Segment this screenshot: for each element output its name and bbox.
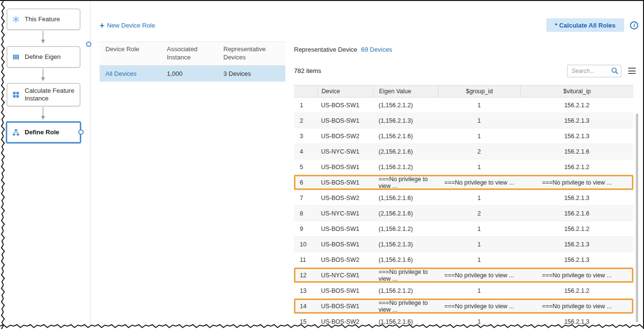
step-define-eigen[interactable]: Define Eigen — [7, 46, 80, 68]
group-id-value: 1 — [438, 129, 520, 143]
group-id-value: ===No privilege to view ... — [438, 175, 520, 190]
eigen-value: (1,156.2.1.2) — [373, 159, 438, 174]
row-index: 13 — [294, 283, 317, 298]
row-index: 3 — [294, 129, 317, 143]
device-roles-table: Device Role Associated Instance Represen… — [100, 42, 285, 82]
table-row[interactable]: 7 US-BOS-SW2 (1,156.2.1.6) 1 156.2.1.3 — [294, 190, 633, 206]
device-name: US-BOS-SW1 — [317, 159, 373, 174]
group-id-value: 1 — [438, 221, 520, 236]
eigen-value: (1,156.2.1.2) — [373, 283, 438, 298]
table-row[interactable]: 4 US-NYC-SW1 (2,156.2.1.6) 2 156.2.1.6 — [294, 144, 633, 159]
step-this-feature[interactable]: This Feature — [7, 9, 80, 30]
step-label: Define Role — [25, 129, 59, 136]
table-row-all-devices[interactable]: All Devices 1,000 3 Devices — [100, 66, 285, 82]
vitural-ip-value: 156.2.1.2 — [520, 159, 633, 174]
devices-table-rows: 1 US-BOS-SW1 (1,156.2.1.2) 1 156.2.1.2 2… — [294, 98, 633, 329]
search-box — [567, 65, 621, 77]
table-row[interactable]: 9 US-BOS-SW1 (1,156.2.1.2) 1 156.2.1.2 — [294, 221, 633, 237]
device-name: US-BOS-SW1 — [317, 299, 373, 314]
table-row[interactable]: 15 US-BOS-SW2 (1,156.2.1.6) 1 156.2.1.3 — [294, 314, 633, 329]
table-row[interactable]: 5 US-BOS-SW1 (1,156.2.1.2) 1 156.2.1.2 — [294, 159, 633, 175]
devices-count-link[interactable]: 69 Devices — [361, 46, 392, 53]
vitural-ip-value: 156.2.1.6 — [520, 206, 633, 221]
table-row[interactable]: 14 US-BOS-SW1 ===No privilege to view ..… — [294, 299, 633, 314]
vertical-scrollbar[interactable] — [636, 114, 638, 322]
search-input[interactable] — [568, 65, 609, 77]
table-row[interactable]: 10 US-BOS-SW1 (1,156.2.1.3) 1 156.2.1.3 — [294, 237, 633, 252]
step-label: Define Eigen — [25, 53, 60, 61]
role-icon — [12, 129, 20, 136]
device-name: US-NYC-SW1 — [317, 144, 373, 159]
panel-title-label: Representative Device — [294, 46, 357, 53]
column-header-group-id: $group_id — [438, 86, 520, 97]
table-row[interactable]: 1 US-BOS-SW1 (1,156.2.1.2) 1 156.2.1.2 — [294, 98, 633, 113]
table-row[interactable]: 12 US-NYC-SW1 ===No privilege to view ..… — [294, 268, 633, 283]
panel-toolbar: 782 items — [294, 64, 636, 77]
vitural-ip-value: 156.2.1.3 — [520, 314, 633, 329]
vitural-ip-value: 156.2.1.3 — [520, 113, 633, 128]
menu-icon[interactable] — [628, 68, 636, 74]
flow-arrow-icon — [41, 69, 45, 82]
group-id-value: 1 — [438, 314, 520, 329]
row-index: 12 — [294, 268, 317, 283]
group-id-value: 2 — [438, 206, 520, 221]
eigen-value: (2,156.2.1.6) — [373, 206, 438, 221]
eigen-value: ===No privilege to view ... — [373, 175, 438, 190]
row-index: 14 — [294, 299, 317, 314]
plus-icon: + — [100, 21, 104, 29]
devices-table: Device Eigen Value $group_id $vitural_ip… — [294, 85, 633, 329]
all-devices-link[interactable]: All Devices — [100, 70, 161, 77]
step-label: This Feature — [25, 15, 60, 23]
vitural-ip-value: 156.2.1.2 — [520, 98, 633, 113]
group-id-value: 1 — [438, 283, 520, 298]
table-row[interactable]: 8 US-NYC-SW1 (2,156.2.1.6) 2 156.2.1.6 — [294, 206, 633, 221]
connector-port-icon — [78, 129, 84, 135]
vitural-ip-value: 156.2.1.2 — [520, 221, 633, 236]
step-define-role[interactable]: Define Role — [6, 121, 81, 143]
vitural-ip-value: ===No privilege to view ... — [520, 175, 633, 190]
group-id-value: 2 — [438, 144, 520, 159]
device-name: US-BOS-SW2 — [317, 252, 373, 267]
feature-icon — [12, 15, 20, 23]
device-name: US-BOS-SW2 — [317, 190, 373, 205]
eigen-value: (1,156.2.1.6) — [373, 190, 438, 205]
screenshot: This Feature Define Eigen Calculate Feat… — [0, 0, 644, 329]
table-row[interactable]: 13 US-BOS-SW1 (1,156.2.1.2) 1 156.2.1.2 — [294, 283, 633, 299]
column-header-representative-devices: Representative Devices — [218, 42, 285, 65]
table-row[interactable]: 2 US-BOS-SW1 (1,156.2.1.3) 1 156.2.1.3 — [294, 113, 633, 129]
main-toolbar: + New Device Role * Calculate All Roles … — [100, 18, 638, 32]
row-index: 1 — [294, 98, 317, 113]
eigen-icon — [12, 53, 20, 61]
device-roles-header: Device Role Associated Instance Represen… — [100, 42, 285, 66]
search-icon[interactable] — [609, 67, 620, 74]
calculate-icon — [12, 91, 20, 99]
row-index: 5 — [294, 159, 317, 174]
table-row[interactable]: 3 US-BOS-SW2 (1,156.2.1.6) 1 156.2.1.3 — [294, 129, 633, 144]
column-header-device: Device — [317, 86, 373, 97]
calculate-all-roles-button[interactable]: * Calculate All Roles — [546, 18, 624, 32]
representative-devices-value: 3 Devices — [218, 70, 285, 77]
eigen-value: (1,156.2.1.6) — [373, 252, 438, 267]
step-label: Calculate Feature Instance — [25, 87, 75, 103]
step-calculate-feature-instance[interactable]: Calculate Feature Instance — [7, 83, 80, 106]
eigen-value: (1,156.2.1.2) — [373, 98, 438, 113]
new-device-role-button[interactable]: + New Device Role — [100, 21, 155, 29]
table-row[interactable]: 6 US-BOS-SW1 ===No privilege to view ...… — [294, 175, 633, 190]
table-row[interactable]: 11 US-BOS-SW2 (1,156.2.1.6) 1 156.2.1.3 — [294, 252, 633, 268]
row-index: 11 — [294, 252, 317, 267]
eigen-value: (1,156.2.1.6) — [373, 129, 438, 143]
eigen-value: (1,156.2.1.2) — [373, 221, 438, 236]
vitural-ip-value: 156.2.1.3 — [520, 252, 633, 267]
group-id-value: ===No privilege to view ... — [438, 299, 520, 314]
row-index: 8 — [294, 206, 317, 221]
column-header-index — [294, 86, 317, 97]
eigen-value: (1,156.2.1.6) — [373, 314, 438, 329]
column-header-eigen-value: Eigen Value — [373, 86, 438, 97]
row-index: 10 — [294, 237, 317, 252]
devices-table-header: Device Eigen Value $group_id $vitural_ip — [294, 85, 633, 98]
associated-instance-value: 1,000 — [161, 70, 218, 77]
items-count: 782 items — [294, 67, 321, 74]
torn-edge-left — [0, 1, 6, 329]
info-icon[interactable]: i — [630, 21, 638, 29]
eigen-value: ===No privilege to view ... — [373, 268, 438, 283]
